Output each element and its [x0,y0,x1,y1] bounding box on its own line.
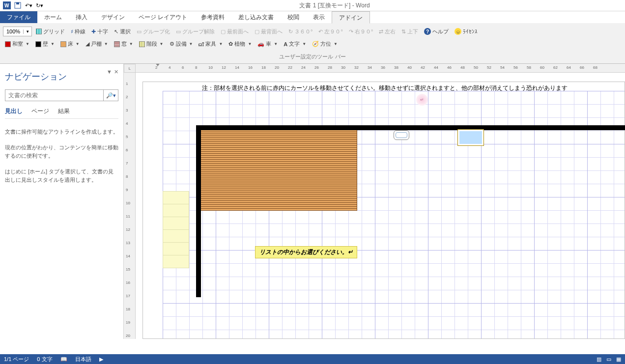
stairs-button[interactable]: 階段▼ [137,39,166,49]
ruler-vertical[interactable]: 1234567891011121314151617181920 [124,73,136,339]
search-box[interactable]: 🔎▾ [5,89,118,101]
close-icon[interactable]: ✕ [114,69,118,75]
sink-object[interactable] [394,130,409,140]
status-proof-icon[interactable]: 📖 [60,356,67,363]
tab-addin[interactable]: アドイン [332,11,370,24]
wall-button[interactable]: 壁▼ [33,39,57,49]
status-page[interactable]: 1/1 ページ [4,356,29,363]
car-button[interactable]: 🚗車▼ [256,39,280,49]
grid-button[interactable]: グリッド [34,27,67,36]
ribbon: 100%▼ グリッド ♯枠線 ✚十字 ↖選択 ▭グループ化 ▭グループ解除 ▢最… [0,23,625,64]
front-button[interactable]: ▢最前面へ [219,27,251,36]
zoom-combo[interactable]: 100%▼ [3,27,32,36]
tv-object[interactable] [457,129,484,146]
ribbon-tabs: ファイル ホーム 挿入 デザイン ページ レイアウト 参考資料 差し込み文書 校… [0,11,625,23]
nav-tab-results[interactable]: 結果 [58,107,70,115]
save-icon[interactable] [13,0,23,10]
cursor-marker-icon: ↵ [416,94,428,106]
furn-button[interactable]: 🛋家具▼ [197,39,225,49]
ungroup-button[interactable]: ▭グループ解除 [174,27,217,36]
nav-title: ナビゲーション [5,71,118,83]
cross-button[interactable]: ✚十字 [89,27,110,36]
instruction-callout: リストの中からお選びください。↵ [255,246,357,258]
tab-layout[interactable]: ページ レイアウト [132,11,194,23]
group-button[interactable]: ▭グループ化 [135,27,172,36]
navigation-pane: ▼✕ ナビゲーション 🔎▾ 見出し ページ 結果 文書に操作可能なアウトラインを… [0,64,124,339]
view-print-icon[interactable]: ▥ [597,356,601,363]
nav-tab-headings[interactable]: 見出し [5,107,23,115]
rotate-left-button[interactable]: ↶左９０° [316,27,344,36]
tab-view[interactable]: 表示 [306,11,332,23]
dropdown-icon[interactable]: ▼ [107,69,112,75]
status-bar: 1/1 ページ 0 文字 📖 日本語 ▶ ▥ ▭ ▦ [0,354,625,364]
undo-icon[interactable]: ↶▾ [24,0,33,10]
tab-mail[interactable]: 差し込み文書 [231,11,281,23]
page[interactable]: 注：部材を選択される前に赤内にカーソルを移動させてください。移動させずに選択され… [142,82,625,339]
title-bar: W ↶▾ ↻▾ 文書 1 [互換モード] - Word [0,0,625,11]
text-button[interactable]: A文字▼ [282,39,308,49]
select-button[interactable]: ↖選択 [112,27,133,36]
status-words[interactable]: 0 文字 [37,356,52,363]
equip-button[interactable]: ⚙設備▼ [168,39,195,49]
note-cells [163,191,189,268]
window-title: 文書 1 [互換モード] - Word [44,1,625,10]
tab-file[interactable]: ファイル [0,11,37,23]
back-button[interactable]: ▢最背面へ [253,27,284,36]
tab-insert[interactable]: 挿入 [69,11,94,23]
license-button[interactable]: ☺ﾗｲｾﾝｽ [453,27,480,36]
tab-review[interactable]: 校閲 [281,11,306,23]
help-icon: ? [424,28,431,35]
wall-horizontal[interactable] [196,125,625,130]
status-macro-icon[interactable]: ▶ [99,356,103,363]
washitsu-button[interactable]: 和室▼ [3,39,31,49]
word-icon: W [2,0,12,10]
search-input[interactable] [5,90,103,101]
door-button[interactable]: ◢戸棚▼ [84,39,110,49]
toolbar-label: ユーザー設定のツール バー [3,50,622,61]
help-button[interactable]: ?ヘルプ [422,27,451,36]
view-web-icon[interactable]: ▦ [616,356,621,363]
redo-icon[interactable]: ↻▾ [34,0,44,10]
flip-ud-button[interactable]: ⇅上下 [399,27,420,36]
wall-vertical[interactable] [196,125,201,297]
nav-tab-pages[interactable]: ページ [31,107,49,115]
status-lang[interactable]: 日本語 [75,356,91,363]
tab-design[interactable]: デザイン [94,11,132,23]
plant-button[interactable]: ✿植物▼ [227,39,254,49]
smiley-icon: ☺ [455,28,461,35]
floor-button[interactable]: 床▼ [58,39,82,49]
svg-text:W: W [4,3,9,8]
rotate-360-button[interactable]: ↻３６０° [286,27,314,36]
tab-home[interactable]: ホーム [37,11,69,23]
flip-lr-button[interactable]: ⇄左右 [377,27,398,36]
view-read-icon[interactable]: ▭ [606,356,611,363]
rotate-right-button[interactable]: ↷右９０° [347,27,375,36]
frame-button[interactable]: ♯枠線 [69,27,87,36]
ruler-corner[interactable]: L [124,64,136,73]
tab-ref[interactable]: 参考資料 [194,11,231,23]
nav-help-text: 文書に操作可能なアウトラインを作成します。現在の位置がわかり、コンテンツを簡単に… [5,128,118,185]
compass-button[interactable]: 🧭方位▼ [310,39,340,49]
search-icon[interactable]: 🔎▾ [103,90,118,101]
flooring-area[interactable] [201,130,357,211]
svg-rect-3 [16,2,19,4]
document-area: L 24681012141618202224262830323436384042… [124,64,625,339]
ruler-horizontal[interactable]: 2468101214161820222426283032343638404244… [136,64,625,73]
window-button[interactable]: 窓▼ [112,39,135,49]
